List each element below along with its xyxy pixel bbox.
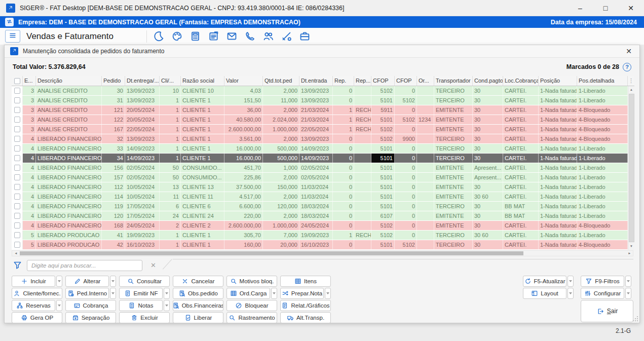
row-checkbox[interactable] <box>12 115 23 124</box>
row-checkbox[interactable] <box>12 182 23 192</box>
f5-atualizar-dropdown[interactable] <box>567 276 574 287</box>
column-header[interactable]: Pedido <box>102 76 125 86</box>
table-row[interactable]: 5LIBERADO PRODUCAO4216/10/20231CLIENTE 1… <box>12 240 634 250</box>
users-icon[interactable] <box>262 30 274 42</box>
ord-carga-dropdown[interactable] <box>271 288 277 299</box>
prepar-nota-button[interactable]: Prepar.Nota <box>280 288 324 299</box>
table-row[interactable]: 4LIBERADO FINANCEIRO3414/09/20231CLIENTE… <box>12 154 634 163</box>
row-checkbox[interactable] <box>12 86 23 95</box>
palette-icon[interactable] <box>171 30 183 42</box>
close-icon[interactable]: ✕ <box>627 4 635 12</box>
row-checkbox[interactable] <box>12 163 23 172</box>
reservas-dropdown[interactable] <box>56 300 62 311</box>
f9-filtros-dropdown[interactable] <box>625 276 631 287</box>
bloquear-button[interactable]: Bloquear <box>226 300 277 311</box>
row-checkbox[interactable] <box>12 192 23 201</box>
rastreamento-button[interactable]: Rastreamento <box>226 312 277 323</box>
tools-icon[interactable] <box>281 30 292 42</box>
table-row[interactable]: 3ANALISE CREDITO16722/05/20241CLIENTE 12… <box>12 125 634 134</box>
horizontal-scroll-thumb[interactable] <box>20 251 523 255</box>
sair-button[interactable]: Sair <box>581 300 633 322</box>
cancelar-button[interactable]: Cancelar <box>173 276 223 287</box>
scroll-down-icon[interactable] <box>628 243 634 250</box>
configurar-dropdown[interactable] <box>625 288 631 299</box>
resize-grip[interactable] <box>633 316 638 321</box>
maximize-icon[interactable]: □ <box>601 4 610 12</box>
layout-dropdown[interactable] <box>567 288 574 299</box>
table-row[interactable]: 4LIBERADO FINANCEIRO15702/05/202450CONSU… <box>12 173 634 182</box>
incluir-button[interactable]: Incluir <box>12 276 55 287</box>
f9-filtros-button[interactable]: F9-Filtros <box>581 276 624 287</box>
row-checkbox[interactable] <box>12 125 23 134</box>
table-row[interactable]: 4LIBERADO FINANCEIRO16824/05/20242CLIENT… <box>12 221 634 231</box>
row-checkbox[interactable] <box>12 105 23 115</box>
relat-gr-ficos-button[interactable]: Relat./Gráficos <box>280 300 331 311</box>
liberar-button[interactable]: Liberar <box>173 312 223 323</box>
obs-financeiras-button[interactable]: Obs.Financeiras <box>173 300 223 311</box>
incluir-dropdown[interactable] <box>56 276 62 287</box>
excluir-button[interactable]: Excluir <box>119 312 170 323</box>
row-checkbox[interactable] <box>12 96 23 105</box>
row-checkbox[interactable] <box>12 240 23 249</box>
row-checkbox[interactable] <box>12 202 23 211</box>
menu-icon[interactable] <box>5 30 20 43</box>
row-checkbox[interactable] <box>12 211 23 220</box>
table-row[interactable]: 4LIBERADO FINANCEIRO11917/05/20246CLIENT… <box>12 202 634 211</box>
alt-transp-button[interactable]: Alt.Transp. <box>280 312 331 323</box>
cliente-fornec-button[interactable]: Cliente/fornec. <box>12 288 62 299</box>
reservas-button[interactable]: Reservas <box>12 300 55 311</box>
column-header[interactable]: Razão social <box>181 76 224 86</box>
calculator-icon[interactable] <box>190 30 201 42</box>
horizontal-scrollbar[interactable] <box>12 250 633 256</box>
phone-icon[interactable] <box>244 30 256 42</box>
gera-op-button[interactable]: Gera OP <box>12 312 62 323</box>
emitir-nf-button[interactable]: Emitir NF <box>119 288 163 299</box>
scroll-right-icon[interactable] <box>626 251 633 256</box>
table-row[interactable]: 4LIBERADO FINANCEIRO11210/05/202413CLIEN… <box>12 182 634 192</box>
briefcase-icon[interactable] <box>299 30 311 42</box>
column-options-icon[interactable] <box>628 76 634 86</box>
ped-interno-dropdown[interactable] <box>110 288 116 299</box>
consultar-button[interactable]: Consultar <box>119 276 170 287</box>
row-checkbox[interactable] <box>12 173 23 182</box>
switch-company-icon[interactable] <box>5 18 14 26</box>
column-header[interactable]: Posição <box>539 76 577 86</box>
vertical-scroll-thumb[interactable] <box>629 94 634 242</box>
layout-button[interactable]: Layout <box>523 288 566 299</box>
column-header[interactable]: Or... <box>417 76 434 86</box>
column-header[interactable]: Loc.Cobrança <box>503 76 539 86</box>
ped-interno-button[interactable]: Ped.Interno <box>65 288 109 299</box>
motivos-bloq-button[interactable]: Motivos bloq. <box>226 276 277 287</box>
f5-atualizar-button[interactable]: F5-Atualizar <box>523 276 566 287</box>
table-row[interactable]: 3ANALISE CREDITO3113/09/20231CLIENTE 115… <box>12 96 634 105</box>
column-header[interactable]: Rep. <box>333 76 354 86</box>
clear-search-icon[interactable]: ✕ <box>150 261 156 269</box>
itens-button[interactable]: Itens <box>280 276 331 287</box>
row-checkbox[interactable] <box>12 144 23 153</box>
column-header[interactable]: Cli/... <box>160 76 181 86</box>
cobran-a-button[interactable]: Cobrança <box>65 300 116 311</box>
prepar-nota-dropdown[interactable] <box>325 288 331 299</box>
row-checkbox[interactable] <box>12 154 23 163</box>
table-row[interactable]: 4LIBERADO FINANCEIRO15602/05/202450CONSU… <box>12 163 634 173</box>
column-header[interactable]: Rep... <box>354 76 371 86</box>
notas-button[interactable]: Notas <box>119 300 163 311</box>
table-row[interactable]: 3ANALISE CREDITO12120/05/20241CLIENTE 13… <box>12 105 634 115</box>
search-input[interactable] <box>27 260 142 271</box>
table-row[interactable]: 3ANALISE CREDITO12220/05/20241CLIENTE 14… <box>12 115 634 125</box>
column-header[interactable]: Pos.detalhada <box>577 76 628 86</box>
minimize-icon[interactable]: – <box>576 4 584 12</box>
ord-carga-button[interactable]: Ord.Carga <box>226 288 270 299</box>
filter-icon[interactable] <box>13 260 22 272</box>
scroll-left-icon[interactable] <box>12 251 19 256</box>
column-header[interactable]: E... <box>23 76 36 86</box>
column-header[interactable]: Dt.entrega/... <box>125 76 160 86</box>
table-row[interactable]: 4LIBERADO FINANCEIRO3213/09/20231CLIENTE… <box>12 134 634 144</box>
notes-icon[interactable] <box>208 30 219 42</box>
scroll-up-icon[interactable] <box>628 86 634 93</box>
notas-dropdown[interactable] <box>164 300 170 311</box>
column-header[interactable]: CFOP <box>371 76 395 86</box>
table-row[interactable]: 4LIBERADO FINANCEIRO11410/05/202411CLIEN… <box>12 192 634 202</box>
column-header[interactable]: Qtd.tot.ped <box>263 76 299 86</box>
alterar-dropdown[interactable] <box>110 276 116 287</box>
